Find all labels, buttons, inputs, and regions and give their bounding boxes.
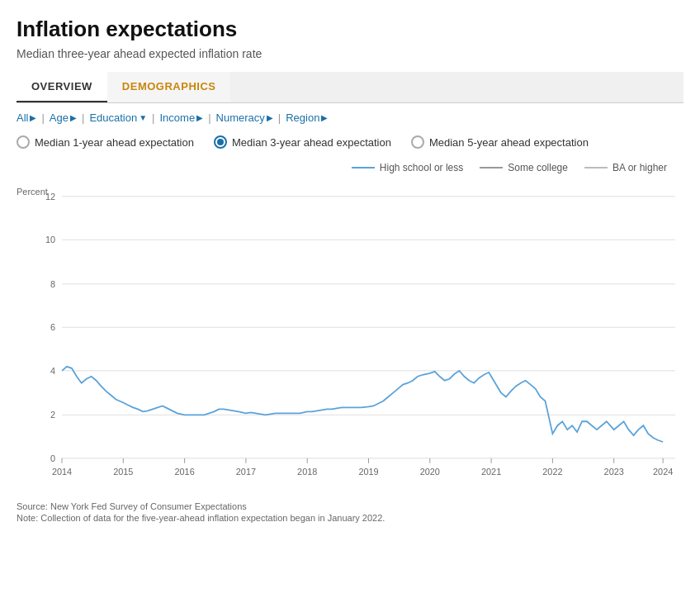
svg-text:10: 10 (45, 235, 55, 244)
y-axis-label: Percent (17, 187, 48, 197)
svg-text:2020: 2020 (420, 467, 440, 477)
tab-bar: OVERVIEW DEMOGRAPHICS (17, 72, 683, 103)
radio-five-year[interactable]: Median 5-year ahead expectation (411, 135, 589, 149)
svg-text:2021: 2021 (481, 467, 501, 477)
svg-text:4: 4 (50, 366, 55, 376)
arrow-icon: ▶ (70, 113, 77, 122)
dropdown-icon: ▼ (139, 113, 147, 122)
svg-text:2: 2 (50, 410, 55, 420)
chart-legend: High school or less Some college BA or h… (17, 162, 683, 173)
svg-text:2023: 2023 (604, 467, 624, 477)
source-line-2: Note: Collection of data for the five-ye… (17, 513, 683, 523)
svg-text:2024: 2024 (653, 467, 673, 477)
arrow-icon: ▶ (196, 113, 203, 122)
page-title: Inflation expectations (17, 17, 683, 42)
arrow-icon: ▶ (321, 113, 328, 122)
source-line-1: Source: New York Fed Survey of Consumer … (17, 501, 683, 511)
tab-overview[interactable]: OVERVIEW (17, 72, 107, 102)
svg-text:2019: 2019 (358, 467, 378, 477)
page-subtitle: Median three-year ahead expected inflati… (17, 47, 683, 60)
filter-income[interactable]: Income ▶ (160, 112, 204, 124)
filter-bar: All ▶ | Age ▶ | Education ▼ | Income ▶ |… (17, 112, 683, 124)
radio-one-year[interactable]: Median 1-year ahead expectation (17, 135, 194, 149)
filter-age[interactable]: Age ▶ (50, 112, 77, 124)
svg-text:0: 0 (50, 453, 55, 463)
tab-demographics[interactable]: DEMOGRAPHICS (107, 72, 231, 102)
chart-container: Percent 12 10 8 6 (17, 180, 683, 493)
arrow-icon: ▶ (30, 113, 36, 122)
svg-text:12: 12 (45, 192, 55, 202)
radio-three-year[interactable]: Median 3-year ahead expectation (214, 135, 391, 149)
svg-text:2022: 2022 (542, 467, 562, 477)
svg-text:2014: 2014 (52, 467, 72, 477)
filter-education[interactable]: Education ▼ (89, 112, 147, 124)
chart-svg: 12 10 8 6 4 2 (62, 180, 675, 491)
legend-ba-higher: BA or higher (584, 162, 667, 173)
radio-group: Median 1-year ahead expectation Median 3… (17, 135, 683, 149)
svg-text:8: 8 (50, 279, 55, 289)
source-notes: Source: New York Fed Survey of Consumer … (17, 501, 683, 523)
legend-some-college: Some college (480, 162, 568, 173)
filter-all[interactable]: All ▶ (17, 112, 36, 124)
svg-text:2015: 2015 (113, 467, 133, 477)
high-school-line (62, 367, 663, 442)
filter-numeracy[interactable]: Numeracy ▶ (216, 112, 273, 124)
svg-text:2017: 2017 (236, 467, 256, 477)
filter-region[interactable]: Region ▶ (286, 112, 328, 124)
chart-area: 12 10 8 6 4 2 (62, 180, 675, 493)
svg-text:2016: 2016 (174, 467, 194, 477)
arrow-icon: ▶ (267, 113, 273, 122)
legend-high-school: High school or less (352, 162, 463, 173)
svg-text:6: 6 (50, 322, 55, 332)
svg-text:2018: 2018 (297, 467, 317, 477)
